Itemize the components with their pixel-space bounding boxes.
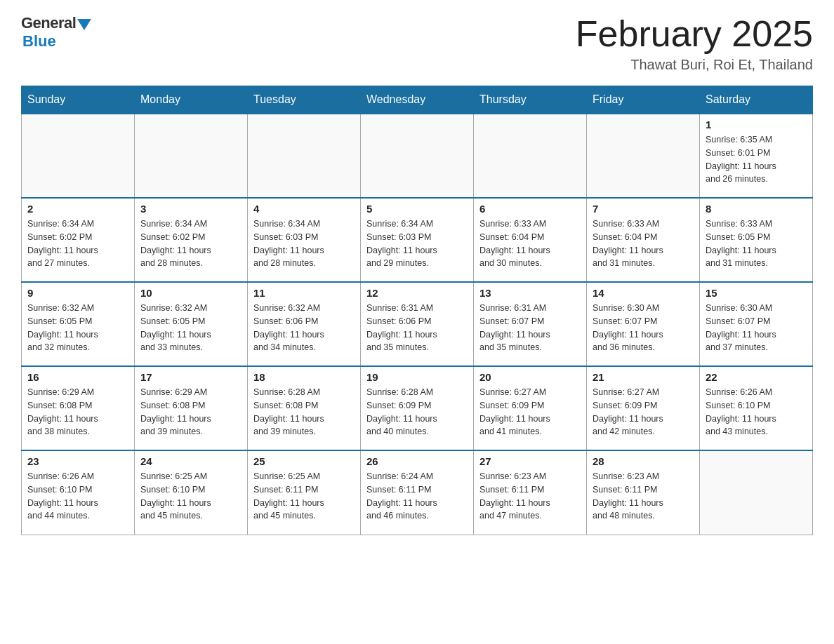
calendar-cell: 28Sunrise: 6:23 AM Sunset: 6:11 PM Dayli… — [587, 450, 700, 535]
calendar-cell: 24Sunrise: 6:25 AM Sunset: 6:10 PM Dayli… — [135, 450, 248, 535]
calendar-cell: 6Sunrise: 6:33 AM Sunset: 6:04 PM Daylig… — [474, 198, 587, 282]
day-number: 15 — [706, 287, 807, 299]
logo-blue-text: Blue — [22, 32, 56, 51]
day-info: Sunrise: 6:32 AM Sunset: 6:05 PM Dayligh… — [140, 302, 241, 354]
weekday-header-saturday: Saturday — [700, 86, 813, 114]
day-number: 7 — [593, 203, 694, 215]
calendar-cell — [361, 114, 474, 198]
day-number: 12 — [366, 287, 468, 299]
day-number: 4 — [253, 203, 355, 215]
day-info: Sunrise: 6:31 AM Sunset: 6:06 PM Dayligh… — [366, 302, 468, 354]
weekday-header-monday: Monday — [135, 86, 248, 114]
day-number: 18 — [253, 371, 355, 383]
calendar-cell: 18Sunrise: 6:28 AM Sunset: 6:08 PM Dayli… — [248, 366, 361, 450]
day-number: 20 — [479, 371, 581, 383]
day-number: 10 — [140, 287, 241, 299]
logo-arrow-icon — [77, 19, 91, 30]
day-number: 6 — [479, 203, 581, 215]
day-number: 3 — [140, 203, 241, 215]
logo-general-text: General — [21, 14, 76, 32]
day-number: 26 — [366, 455, 468, 467]
day-info: Sunrise: 6:33 AM Sunset: 6:05 PM Dayligh… — [706, 217, 807, 270]
logo: General Blue — [21, 14, 91, 51]
calendar-cell: 1Sunrise: 6:35 AM Sunset: 6:01 PM Daylig… — [700, 114, 813, 198]
location-text: Thawat Buri, Roi Et, Thailand — [576, 57, 813, 73]
day-number: 2 — [27, 203, 128, 215]
calendar-cell: 11Sunrise: 6:32 AM Sunset: 6:06 PM Dayli… — [248, 282, 361, 366]
title-block: February 2025 Thawat Buri, Roi Et, Thail… — [576, 14, 813, 73]
day-info: Sunrise: 6:34 AM Sunset: 6:02 PM Dayligh… — [140, 217, 241, 270]
weekday-header-friday: Friday — [587, 86, 700, 114]
week-row-2: 2Sunrise: 6:34 AM Sunset: 6:02 PM Daylig… — [22, 198, 813, 282]
day-info: Sunrise: 6:27 AM Sunset: 6:09 PM Dayligh… — [479, 386, 581, 438]
day-info: Sunrise: 6:33 AM Sunset: 6:04 PM Dayligh… — [479, 217, 581, 270]
week-row-4: 16Sunrise: 6:29 AM Sunset: 6:08 PM Dayli… — [22, 366, 813, 450]
day-number: 19 — [366, 371, 468, 383]
day-number: 17 — [140, 371, 241, 383]
calendar-cell: 25Sunrise: 6:25 AM Sunset: 6:11 PM Dayli… — [248, 450, 361, 535]
day-info: Sunrise: 6:25 AM Sunset: 6:11 PM Dayligh… — [253, 470, 355, 523]
month-title: February 2025 — [576, 14, 813, 54]
weekday-header-sunday: Sunday — [22, 86, 135, 114]
day-info: Sunrise: 6:34 AM Sunset: 6:02 PM Dayligh… — [27, 217, 128, 270]
calendar-cell: 13Sunrise: 6:31 AM Sunset: 6:07 PM Dayli… — [474, 282, 587, 366]
calendar-cell: 5Sunrise: 6:34 AM Sunset: 6:03 PM Daylig… — [361, 198, 474, 282]
week-row-5: 23Sunrise: 6:26 AM Sunset: 6:10 PM Dayli… — [22, 450, 813, 535]
calendar-cell: 7Sunrise: 6:33 AM Sunset: 6:04 PM Daylig… — [587, 198, 700, 282]
day-info: Sunrise: 6:29 AM Sunset: 6:08 PM Dayligh… — [140, 386, 241, 438]
day-info: Sunrise: 6:23 AM Sunset: 6:11 PM Dayligh… — [593, 470, 694, 523]
calendar-cell: 27Sunrise: 6:23 AM Sunset: 6:11 PM Dayli… — [474, 450, 587, 535]
day-number: 21 — [593, 371, 694, 383]
calendar-cell: 10Sunrise: 6:32 AM Sunset: 6:05 PM Dayli… — [135, 282, 248, 366]
day-number: 23 — [27, 455, 128, 467]
day-number: 24 — [140, 455, 241, 467]
calendar-cell: 3Sunrise: 6:34 AM Sunset: 6:02 PM Daylig… — [135, 198, 248, 282]
weekday-header-wednesday: Wednesday — [361, 86, 474, 114]
page-header: General Blue February 2025 Thawat Buri, … — [21, 14, 813, 73]
calendar-cell: 9Sunrise: 6:32 AM Sunset: 6:05 PM Daylig… — [22, 282, 135, 366]
day-number: 11 — [253, 287, 355, 299]
calendar-cell: 15Sunrise: 6:30 AM Sunset: 6:07 PM Dayli… — [700, 282, 813, 366]
day-info: Sunrise: 6:24 AM Sunset: 6:11 PM Dayligh… — [366, 470, 468, 523]
day-number: 8 — [706, 203, 807, 215]
day-info: Sunrise: 6:30 AM Sunset: 6:07 PM Dayligh… — [593, 302, 694, 354]
calendar-cell: 20Sunrise: 6:27 AM Sunset: 6:09 PM Dayli… — [474, 366, 587, 450]
weekday-header-tuesday: Tuesday — [248, 86, 361, 114]
day-info: Sunrise: 6:32 AM Sunset: 6:05 PM Dayligh… — [27, 302, 128, 354]
calendar-table: SundayMondayTuesdayWednesdayThursdayFrid… — [21, 86, 813, 535]
calendar-cell — [700, 450, 813, 535]
day-number: 13 — [479, 287, 581, 299]
day-number: 16 — [27, 371, 128, 383]
day-info: Sunrise: 6:28 AM Sunset: 6:09 PM Dayligh… — [366, 386, 468, 438]
calendar-cell — [22, 114, 135, 198]
day-info: Sunrise: 6:29 AM Sunset: 6:08 PM Dayligh… — [27, 386, 128, 438]
day-info: Sunrise: 6:31 AM Sunset: 6:07 PM Dayligh… — [479, 302, 581, 354]
calendar-cell: 16Sunrise: 6:29 AM Sunset: 6:08 PM Dayli… — [22, 366, 135, 450]
calendar-cell: 22Sunrise: 6:26 AM Sunset: 6:10 PM Dayli… — [700, 366, 813, 450]
day-info: Sunrise: 6:23 AM Sunset: 6:11 PM Dayligh… — [479, 470, 581, 523]
calendar-cell: 2Sunrise: 6:34 AM Sunset: 6:02 PM Daylig… — [22, 198, 135, 282]
calendar-cell — [135, 114, 248, 198]
calendar-cell — [248, 114, 361, 198]
day-info: Sunrise: 6:27 AM Sunset: 6:09 PM Dayligh… — [593, 386, 694, 438]
day-number: 5 — [366, 203, 468, 215]
calendar-cell: 12Sunrise: 6:31 AM Sunset: 6:06 PM Dayli… — [361, 282, 474, 366]
calendar-cell: 21Sunrise: 6:27 AM Sunset: 6:09 PM Dayli… — [587, 366, 700, 450]
day-number: 22 — [706, 371, 807, 383]
weekday-header-row: SundayMondayTuesdayWednesdayThursdayFrid… — [22, 86, 813, 114]
calendar-cell: 23Sunrise: 6:26 AM Sunset: 6:10 PM Dayli… — [22, 450, 135, 535]
day-number: 9 — [27, 287, 128, 299]
week-row-1: 1Sunrise: 6:35 AM Sunset: 6:01 PM Daylig… — [22, 114, 813, 198]
day-info: Sunrise: 6:28 AM Sunset: 6:08 PM Dayligh… — [253, 386, 355, 438]
day-info: Sunrise: 6:34 AM Sunset: 6:03 PM Dayligh… — [253, 217, 355, 270]
calendar-cell: 26Sunrise: 6:24 AM Sunset: 6:11 PM Dayli… — [361, 450, 474, 535]
day-info: Sunrise: 6:32 AM Sunset: 6:06 PM Dayligh… — [253, 302, 355, 354]
day-info: Sunrise: 6:33 AM Sunset: 6:04 PM Dayligh… — [593, 217, 694, 270]
day-info: Sunrise: 6:35 AM Sunset: 6:01 PM Dayligh… — [706, 133, 807, 186]
calendar-cell: 17Sunrise: 6:29 AM Sunset: 6:08 PM Dayli… — [135, 366, 248, 450]
calendar-cell — [587, 114, 700, 198]
calendar-cell: 8Sunrise: 6:33 AM Sunset: 6:05 PM Daylig… — [700, 198, 813, 282]
day-info: Sunrise: 6:26 AM Sunset: 6:10 PM Dayligh… — [27, 470, 128, 523]
week-row-3: 9Sunrise: 6:32 AM Sunset: 6:05 PM Daylig… — [22, 282, 813, 366]
calendar-cell — [474, 114, 587, 198]
